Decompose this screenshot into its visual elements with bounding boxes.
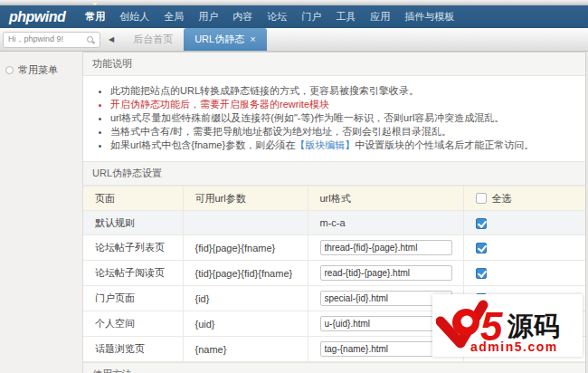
nav-item-全局[interactable]: 全局 [164,10,184,24]
cell-page-name: 个人空间 [83,311,183,337]
function-desc-bullet: url格式尽量加些特殊前缀以及连接符(例如"-等)作为唯一标识，否则url容易冲… [110,111,585,124]
section-url-settings: URL伪静态设置 [83,161,585,186]
url-format-input[interactable] [320,240,452,255]
tab-label: 后台首页 [133,33,173,46]
table-header-row: 页面可用url参数url格式全选 [83,186,585,211]
user-greeting: Hi，phpwind 9! [8,33,63,45]
cell-url-format: m-c-a [308,211,463,235]
function-desc-bullet: 如果url格式中包含{fname}参数，则必须在【版块编辑】中设置版块的个性域名… [110,139,585,151]
cell-url-format [308,235,463,261]
tab-bar: Hi，phpwind 9! ◀ 后台首页URL伪静态× [0,28,588,52]
tab-label: URL伪静态 [194,33,244,46]
admin-search-box[interactable]: Hi，phpwind 9! [3,32,100,48]
table-row: 论坛帖子列表页{fid}{page}{fname} [83,235,585,261]
function-desc-list: 此功能把站点的URL转换成静态链接的方式，更容易被搜索引擎收录。开启伪静态功能后… [83,84,585,151]
nav-item-用户[interactable]: 用户 [198,10,218,24]
cell-url-format [308,261,463,286]
select-all-control: 全选 [476,192,574,206]
nav-item-门户[interactable]: 门户 [301,10,321,24]
sidebar-item-常用菜单[interactable]: 常用菜单 [0,62,82,79]
cell-page-name: 门户页面 [83,286,183,311]
column-header-select-all: 全选 [463,186,585,211]
nav-item-常用[interactable]: 常用 [85,10,105,24]
column-header-url格式: url格式 [308,186,463,211]
section-function-desc: 功能说明 [83,53,585,76]
bullet-text: 开启伪静态功能后，需要开启服务器的rewrite模块 [110,99,329,110]
column-header-页面: 页面 [83,186,183,211]
open-tabs: 后台首页URL伪静态× [122,28,266,51]
left-sidebar: 常用菜单 [0,52,83,373]
logo-domain: admin5.com [470,340,558,354]
cell-page-name: 话题浏览页 [83,337,183,362]
cell-page-name: 默认规则 [83,211,183,235]
tab-close-icon[interactable]: × [250,34,255,44]
bullet-circle-icon [5,66,14,74]
cell-url-params: {tid}{page}{fid}{fname} [183,261,308,286]
nav-item-内容[interactable]: 内容 [232,10,252,24]
cell-page-name: 论坛帖子列表页 [83,235,183,261]
url-format-input[interactable] [320,265,452,281]
logo-yuanma: 源码 [507,311,560,340]
tab-后台首页[interactable]: 后台首页 [122,28,184,51]
cell-enable [463,261,585,286]
section-usage: 使用方法 [83,362,585,373]
function-desc-bullet: 开启伪静态功能后，需要开启服务器的rewrite模块 [110,98,585,110]
nav-item-应用[interactable]: 应用 [370,10,390,24]
a5-watermark: 5 源码 admin5.com [432,294,583,357]
a5-yuanma-logo: 5 源码 admin5.com [436,298,579,354]
select-all-checkbox[interactable] [476,193,487,204]
row-enable-checkbox[interactable] [476,243,487,253]
cell-url-params: {fid}{page}{fname} [183,235,308,261]
select-all-label: 全选 [492,192,512,206]
cell-url-params: {id} [183,286,308,311]
row-enable-checkbox[interactable] [476,268,487,279]
tab-URL伪静态[interactable]: URL伪静态× [184,28,266,51]
navbar-menu: 常用创始人全局用户内容论坛门户工具应用插件与模板 [78,10,461,24]
nav-item-论坛[interactable]: 论坛 [267,10,287,24]
top-navbar: phpwind 常用创始人全局用户内容论坛门户工具应用插件与模板 [0,5,588,28]
forum-edit-link[interactable]: 【版块编辑】 [295,139,355,150]
row-enable-checkbox[interactable] [476,218,487,229]
column-header-可用url参数: 可用url参数 [183,186,308,211]
table-row: 论坛帖子阅读页{tid}{page}{fid}{fname} [83,261,585,286]
bullet-text: 中设置版块的个性域名后才能正常访问。 [355,139,534,150]
nav-item-创始人[interactable]: 创始人 [119,10,149,24]
cell-url-params: {name} [183,337,308,362]
tab-scroll-left-icon[interactable]: ◀ [109,35,114,43]
function-desc-bullet: 此功能把站点的URL转换成静态链接的方式，更容易被搜索引擎收录。 [110,84,585,97]
cell-page-name: 论坛帖子阅读页 [83,261,183,286]
search-icon[interactable] [86,35,95,44]
bullet-text: 当格式中含有/时，需要把导航地址都设为绝对地址，否则会引起根目录混乱。 [110,126,451,137]
sidebar-item-label: 常用菜单 [18,63,58,77]
cell-enable [463,211,585,235]
phpwind-logo: phpwind [9,9,65,25]
nav-item-工具[interactable]: 工具 [336,10,356,24]
cell-url-params: {uid} [183,311,308,337]
bullet-text: 此功能把站点的URL转换成静态链接的方式，更容易被搜索引擎收录。 [110,85,419,96]
bullet-text: url格式尽量加些特殊前缀以及连接符(例如"-等)作为唯一标识，否则url容易冲… [110,112,504,123]
table-row: 默认规则m-c-a [83,211,585,235]
cell-url-params [183,211,308,235]
bullet-text: 如果url格式中包含{fname}参数，则必须在 [110,139,295,150]
nav-item-插件与模板[interactable]: 插件与模板 [404,10,454,24]
function-desc-bullet: 当格式中含有/时，需要把导航地址都设为绝对地址，否则会引起根目录混乱。 [110,125,585,138]
cell-enable [463,235,585,261]
